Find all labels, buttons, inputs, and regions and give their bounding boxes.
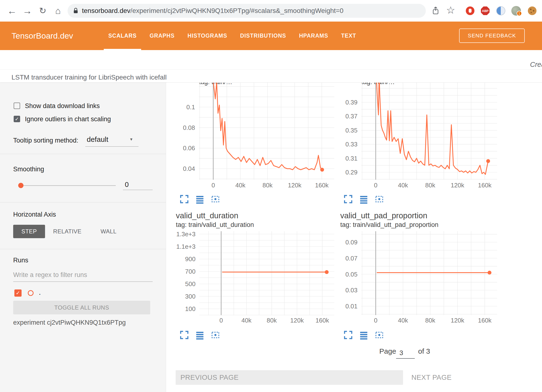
fit-domain-button[interactable] [375, 330, 384, 340]
axis-step-button[interactable]: STEP [13, 225, 45, 238]
tab-histograms[interactable]: HISTOGRAMS [181, 22, 234, 50]
divider [0, 154, 166, 154]
chart-bottom-left-tag: tag: train/valid_utt_duration [176, 221, 254, 229]
page-number-input[interactable]: 3 [396, 346, 415, 359]
chart-bottom-right-tag: tag: train/valid_utt_pad_proportion [340, 221, 438, 229]
svg-text:0.03: 0.03 [345, 287, 357, 294]
svg-text:160k: 160k [315, 182, 329, 189]
svg-text:500: 500 [185, 280, 196, 288]
toggle-all-runs-button[interactable]: TOGGLE ALL RUNS [13, 301, 150, 314]
smoothing-slider-thumb[interactable] [18, 183, 23, 188]
fit-domain-icon [211, 330, 220, 340]
show-download-links-row[interactable]: Show data download links [0, 102, 166, 110]
lines-icon [359, 330, 369, 340]
home-button[interactable]: ⌂ [52, 5, 64, 17]
lines-icon [195, 194, 205, 204]
profile-badge: 1 [517, 11, 522, 16]
svg-text:900: 900 [185, 255, 196, 263]
nav-tabs: SCALARS GRAPHS HISTOGRAMS DISTRIBUTIONS … [102, 22, 363, 50]
select-underline [85, 146, 138, 147]
expand-chart-button[interactable] [343, 194, 353, 204]
tab-label: DISTRIBUTIONS [240, 33, 286, 39]
fit-domain-icon [211, 194, 220, 204]
svg-text:0.04: 0.04 [183, 165, 195, 172]
svg-text:40k: 40k [398, 317, 408, 324]
chart-bottom-left[interactable]: 040k80k120k160k1.3e+31.1e+39007005003001… [175, 229, 338, 330]
adblock-plus-extension-icon[interactable]: ABP [481, 6, 490, 15]
address-bar[interactable]: tensorboard.dev/experiment/cj2vtPiwQHKN9… [68, 4, 426, 18]
fit-domain-button[interactable] [211, 194, 220, 204]
back-button[interactable]: ← [6, 5, 18, 17]
divider [0, 69, 542, 70]
fit-domain-icon [375, 194, 384, 204]
bookmark-star-icon[interactable]: ☆ [446, 4, 455, 16]
previous-page-button[interactable]: PREVIOUS PAGE [176, 370, 403, 385]
cookie-extension-icon[interactable] [528, 6, 537, 15]
blue-extension-icon[interactable] [496, 6, 505, 15]
svg-text:0: 0 [212, 182, 215, 189]
chart-top-left-svg: 040k80k120k160k0.10.080.060.04 [179, 83, 337, 193]
show-download-links-checkbox[interactable] [14, 103, 20, 109]
chart-top-right[interactable]: 040k80k120k160k0.390.370.350.330.310.29 [341, 83, 499, 194]
expand-icon [179, 194, 189, 204]
expand-chart-button[interactable] [179, 194, 189, 204]
app-logo[interactable]: TensorBoard.dev [12, 22, 73, 50]
profile-avatar[interactable]: 1 [511, 6, 521, 16]
svg-text:0.01: 0.01 [345, 303, 357, 310]
url-text: tensorboard.dev/experiment/cj2vtPiwQHKN9… [82, 7, 343, 15]
axis-wall-button[interactable]: WALL [94, 225, 123, 238]
run-name: . [39, 288, 41, 296]
tab-label: HISTOGRAMS [188, 33, 227, 39]
tooltip-sorting-select[interactable]: default [87, 135, 108, 144]
tab-distributions[interactable]: DISTRIBUTIONS [234, 22, 293, 50]
run-color-swatch[interactable] [28, 290, 34, 296]
browser-toolbar: ← → ↻ ⌂ tensorboard.dev/experiment/cj2vt… [0, 0, 542, 22]
chart-bottom-left-svg: 040k80k120k160k1.3e+31.1e+39007005003001… [175, 229, 338, 329]
svg-text:160k: 160k [478, 317, 492, 324]
check-icon: ✓ [16, 290, 20, 296]
send-feedback-button[interactable]: SEND FEEDBACK [459, 29, 525, 43]
expand-chart-button[interactable] [343, 330, 353, 340]
reload-button[interactable]: ↻ [37, 5, 48, 17]
ignore-outliers-checkbox[interactable]: ✓ [14, 116, 20, 122]
divider [0, 202, 166, 202]
tab-text[interactable]: TEXT [335, 22, 363, 50]
ignore-outliers-row[interactable]: ✓ Ignore outliers in chart scaling [0, 115, 166, 123]
expand-icon [343, 330, 353, 340]
tab-scalars[interactable]: SCALARS [102, 22, 143, 50]
tab-label: TEXT [341, 33, 356, 39]
log-scale-button[interactable] [359, 194, 369, 204]
smoothing-slider-track[interactable] [21, 185, 116, 186]
fit-domain-button[interactable] [375, 194, 384, 204]
svg-text:80k: 80k [263, 182, 273, 189]
svg-text:100: 100 [185, 305, 196, 312]
next-page-button[interactable]: NEXT PAGE [411, 370, 473, 385]
fit-domain-button[interactable] [211, 330, 220, 340]
chart-top-left[interactable]: 040k80k120k160k0.10.080.060.04 [179, 83, 337, 194]
run-checkbox[interactable]: ✓ [14, 289, 22, 297]
chart-bottom-right-title: valid_utt_pad_proportion [340, 211, 427, 220]
forward-button[interactable]: → [22, 5, 33, 17]
svg-text:1.3e+3: 1.3e+3 [176, 231, 196, 238]
log-scale-button[interactable] [195, 194, 205, 204]
axis-relative-button[interactable]: RELATIVE [51, 225, 84, 238]
log-scale-button[interactable] [195, 330, 205, 340]
svg-text:160k: 160k [316, 317, 329, 324]
tab-graphs[interactable]: GRAPHS [143, 22, 181, 50]
svg-text:40k: 40k [235, 182, 246, 189]
svg-text:0.33: 0.33 [345, 141, 357, 148]
url-path: /experiment/cj2vtPiwQHKN9Q1tx6PTpg/#scal… [130, 7, 343, 14]
chart-bottom-right[interactable]: 040k80k120k160k0.090.070.050.030.01 [337, 229, 500, 330]
share-icon[interactable] [431, 6, 440, 16]
chart-top-right-toolbar [343, 194, 390, 204]
adblock-extension-icon[interactable] [466, 6, 475, 15]
svg-text:300: 300 [185, 293, 196, 300]
smoothing-value-input[interactable]: 0 [123, 179, 153, 190]
chart-bottom-left-toolbar [179, 330, 226, 340]
chevron-down-icon[interactable]: ▼ [129, 137, 133, 142]
tab-hparams[interactable]: HPARAMS [293, 22, 335, 50]
log-scale-button[interactable] [359, 330, 369, 340]
tab-label: GRAPHS [150, 33, 174, 39]
expand-chart-button[interactable] [179, 330, 189, 340]
runs-filter-input[interactable] [13, 268, 153, 282]
